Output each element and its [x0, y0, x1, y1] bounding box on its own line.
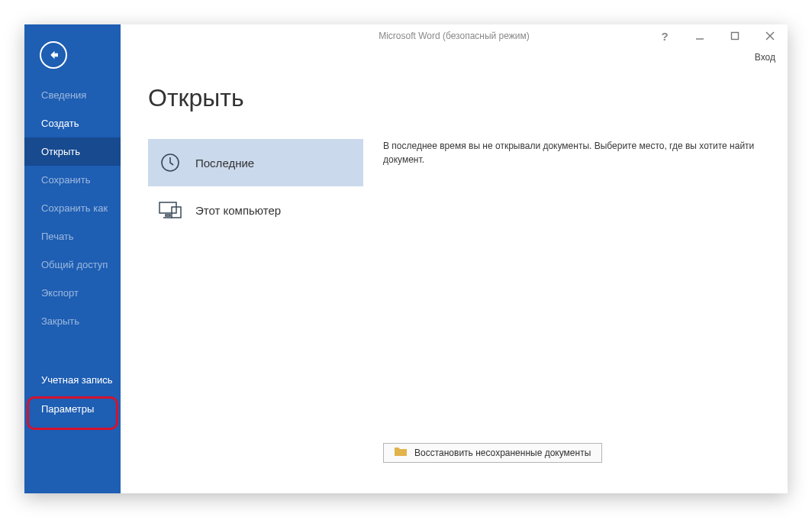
sidebar-item-save[interactable]: Сохранить	[24, 166, 121, 194]
open-page-detail: В последнее время вы не открывали докуме…	[363, 139, 788, 493]
sidebar-item-open[interactable]: Открыть	[24, 137, 121, 166]
sidebar-item-label: Печать	[41, 231, 74, 242]
svg-rect-6	[166, 215, 170, 216]
clock-icon	[159, 151, 182, 174]
places-list: Последние Этот компьютер	[148, 139, 363, 493]
main-area: Microsoft Word (безопасный режим) ? Вход	[121, 24, 788, 493]
minimize-icon	[695, 31, 704, 40]
sidebar-item-label: Открыть	[41, 146, 80, 157]
folder-icon	[395, 447, 407, 459]
recover-label: Восстановить несохраненные документы	[414, 448, 591, 458]
sidebar-item-label: Общий доступ	[41, 259, 108, 270]
sidebar-item-label: Учетная запись	[41, 374, 113, 386]
maximize-icon	[730, 31, 740, 40]
word-backstage-window: Сведения Создать Открыть Сохранить Сохра…	[24, 24, 788, 493]
computer-icon	[159, 199, 182, 221]
backstage-sidebar: Сведения Создать Открыть Сохранить Сохра…	[24, 24, 121, 493]
sidebar-item-share[interactable]: Общий доступ	[24, 250, 121, 279]
sidebar-item-options[interactable]: Параметры	[24, 395, 121, 423]
sidebar-item-label: Закрыть	[41, 315, 79, 327]
window-controls: ?	[652, 24, 783, 47]
help-icon: ?	[661, 30, 668, 43]
place-label: Последние	[195, 157, 254, 170]
back-button[interactable]	[40, 41, 67, 69]
svg-rect-5	[160, 202, 176, 213]
minimize-button[interactable]	[687, 26, 713, 46]
place-this-pc[interactable]: Этот компьютер	[148, 186, 363, 234]
help-button[interactable]: ?	[652, 26, 678, 46]
sidebar-item-print[interactable]: Печать	[24, 222, 121, 250]
sidebar-item-label: Экспорт	[41, 287, 79, 299]
page-title: Открыть	[148, 84, 244, 112]
place-recent[interactable]: Последние	[148, 139, 363, 186]
sidebar-item-label: Сведения	[41, 89, 86, 101]
sidebar-item-export[interactable]: Экспорт	[24, 279, 121, 307]
sidebar-item-account[interactable]: Учетная запись	[24, 366, 121, 395]
place-label: Этот компьютер	[195, 204, 281, 217]
sidebar-gap	[24, 335, 121, 366]
close-icon	[765, 31, 775, 40]
sidebar-item-info[interactable]: Сведения	[24, 81, 121, 109]
arrow-left-icon	[47, 48, 60, 62]
sidebar-item-saveas[interactable]: Сохранить как	[24, 194, 121, 222]
svg-rect-1	[732, 33, 739, 40]
sidebar-item-label: Сохранить	[41, 174, 91, 186]
sidebar-item-label: Параметры	[41, 403, 94, 415]
open-page-content: Открыть Последние Этот компьютер	[121, 47, 788, 493]
titlebar: Microsoft Word (безопасный режим) ?	[121, 24, 788, 47]
close-button[interactable]	[757, 26, 783, 46]
sidebar-item-new[interactable]: Создать	[24, 109, 121, 137]
maximize-button[interactable]	[722, 26, 748, 46]
sidebar-item-label: Сохранить как	[41, 202, 108, 214]
empty-recent-message: В последнее время вы не открывали докуме…	[383, 139, 760, 166]
window-title: Microsoft Word (безопасный режим)	[379, 31, 530, 41]
sidebar-item-close[interactable]: Закрыть	[24, 307, 121, 335]
recover-unsaved-button[interactable]: Восстановить несохраненные документы	[383, 443, 602, 463]
sidebar-nav: Сведения Создать Открыть Сохранить Сохра…	[24, 81, 121, 423]
sidebar-item-label: Создать	[41, 118, 79, 129]
